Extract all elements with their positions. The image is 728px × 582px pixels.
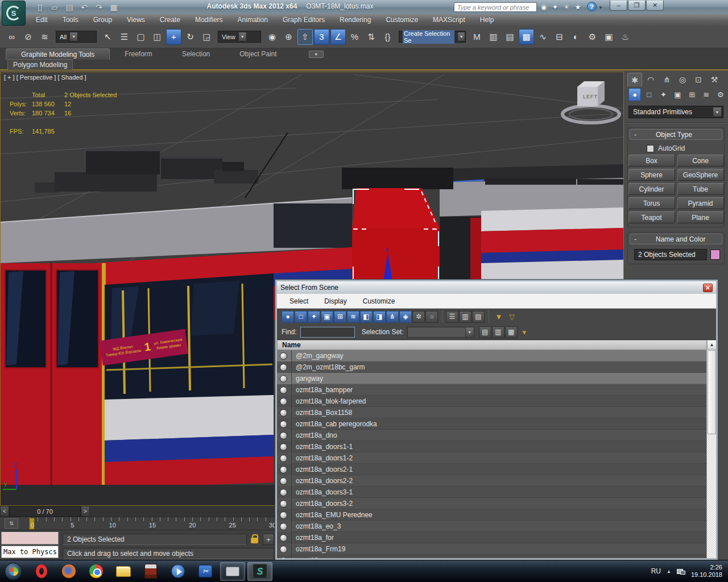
- tab-polygon-modeling[interactable]: Polygon Modeling: [7, 59, 73, 70]
- render-production-icon[interactable]: ♨: [618, 29, 633, 45]
- named-selection-set-dropdown[interactable]: Create Selection Se ▼: [399, 31, 466, 43]
- sysmon-icon[interactable]: [220, 562, 245, 581]
- new-scene-icon[interactable]: ▯: [33, 1, 47, 13]
- spinner-snap-icon[interactable]: ⇅: [363, 29, 379, 45]
- minimize-button[interactable]: –: [610, 1, 627, 11]
- mini-curve-editor-icon[interactable]: ⇅: [5, 518, 18, 529]
- collapse-all-icon[interactable]: ▥: [492, 326, 504, 338]
- display-helpers-icon[interactable]: ⊞: [334, 311, 346, 323]
- redo-icon[interactable]: ↷: [92, 1, 106, 13]
- percent-snap-icon[interactable]: %: [347, 29, 362, 45]
- project-folder-icon[interactable]: ▦: [107, 1, 121, 13]
- dialog-title-bar[interactable]: Select From Scene ✕: [277, 281, 716, 294]
- primitive-button[interactable]: Box: [628, 155, 675, 167]
- display-lights-icon[interactable]: ✦: [308, 311, 320, 323]
- dialog-close-button[interactable]: ✕: [703, 284, 713, 292]
- scene-object-row[interactable]: ozmt18a_doors1-1: [277, 441, 706, 452]
- geometry-category-icon[interactable]: ●: [628, 88, 641, 101]
- menu-item[interactable]: Create: [152, 14, 188, 26]
- hidden-icons-icon[interactable]: ▲: [667, 569, 671, 574]
- selection-set-combo[interactable]: ▼: [407, 327, 474, 338]
- select-and-move-icon[interactable]: +: [166, 29, 181, 45]
- scene-object-row[interactable]: gangway: [277, 373, 706, 384]
- schematic-view-icon[interactable]: ⊟: [552, 29, 567, 45]
- communication-center-icon[interactable]: ✳: [562, 2, 571, 12]
- select-by-name-icon[interactable]: ☰: [117, 29, 132, 45]
- start-button[interactable]: [5, 563, 22, 580]
- filter-combinations-icon[interactable]: ▽: [506, 311, 518, 323]
- named-selection-sets-icon[interactable]: {}: [380, 29, 395, 45]
- menu-item[interactable]: Animation: [230, 14, 275, 26]
- filter-icon[interactable]: ▼: [493, 311, 505, 323]
- column-view-icon[interactable]: ▥: [459, 311, 471, 323]
- curve-editor-icon[interactable]: ∿: [535, 29, 551, 45]
- select-and-link-icon[interactable]: ∞: [4, 29, 19, 45]
- scene-object-row[interactable]: ozmt18a_bampper: [277, 384, 706, 396]
- create-tab-icon[interactable]: ✱: [627, 73, 642, 86]
- scene-object-row[interactable]: ozmt18a_dno: [277, 430, 706, 441]
- primitive-button[interactable]: GeoSphere: [677, 169, 724, 181]
- undo-icon[interactable]: ↶: [77, 1, 91, 13]
- search-icon[interactable]: ◉: [539, 2, 548, 12]
- dialog-menu-item[interactable]: Customize: [355, 297, 403, 305]
- list-scrollbar[interactable]: ▲: [706, 340, 716, 558]
- selection-lock-icon[interactable]: [251, 538, 258, 543]
- modify-tab-icon[interactable]: ◠: [643, 73, 658, 86]
- display-groups-icon[interactable]: ◧: [360, 311, 373, 323]
- primitive-button[interactable]: Teapot: [628, 211, 675, 223]
- frame-counter[interactable]: 0 / 70: [9, 506, 81, 517]
- material-editor-icon[interactable]: ◐: [568, 29, 584, 45]
- display-hidden-icon[interactable]: ○: [425, 311, 438, 323]
- maxscript-mini-listener[interactable]: Max to Physcs: [1, 546, 59, 558]
- dialog-menu-item[interactable]: Display: [316, 297, 354, 305]
- primitive-button[interactable]: Pyramid: [677, 197, 724, 209]
- menu-item[interactable]: MAXScript: [425, 14, 473, 26]
- menu-item[interactable]: Edit: [28, 14, 55, 26]
- align-icon[interactable]: ▥: [486, 29, 501, 45]
- rectangular-selection-region-icon[interactable]: ▢: [133, 29, 148, 45]
- scene-object-row[interactable]: @2m_gangway: [277, 350, 706, 361]
- ribbon-tab[interactable]: Object Paint: [225, 48, 291, 60]
- menu-item[interactable]: Graph Editors: [275, 14, 332, 26]
- object-name-field[interactable]: 2 Objects Selected: [634, 249, 707, 260]
- name-column-header[interactable]: Name ⌃: [277, 340, 716, 350]
- menu-item[interactable]: Tools: [55, 14, 86, 26]
- scene-object-row[interactable]: ozmt18a_for: [277, 532, 706, 543]
- favorites-star-icon[interactable]: ★: [573, 2, 582, 12]
- scene-object-row[interactable]: ozmt18a_garm: [277, 555, 706, 558]
- menu-item[interactable]: Help: [473, 14, 502, 26]
- wmp-icon[interactable]: [166, 562, 191, 581]
- display-bones-icon[interactable]: ⋔: [386, 311, 399, 323]
- restore-button[interactable]: ❐: [628, 1, 646, 11]
- select-and-scale-icon[interactable]: ◲: [199, 29, 214, 45]
- display-geometry-icon[interactable]: ●: [282, 311, 294, 323]
- display-space-warps-icon[interactable]: ≋: [347, 311, 359, 323]
- expand-all-icon[interactable]: ▤: [479, 326, 491, 338]
- primitive-button[interactable]: Sphere: [628, 169, 675, 181]
- display-xrefs-icon[interactable]: ◨: [373, 311, 386, 323]
- mirror-icon[interactable]: M: [469, 29, 485, 45]
- layer-manager-icon[interactable]: ▤: [502, 29, 518, 45]
- application-menu-button[interactable]: S: [2, 1, 26, 26]
- dialog-menu-item[interactable]: Select: [282, 297, 316, 305]
- scene-object-row[interactable]: ozmt18a_doors3-2: [277, 498, 706, 509]
- display-shapes-icon[interactable]: □: [295, 311, 307, 323]
- opera-icon[interactable]: [29, 562, 54, 581]
- primitive-button[interactable]: Plane: [677, 211, 724, 223]
- ribbon-tab[interactable]: Freeform: [110, 48, 167, 60]
- taskbar-clock[interactable]: 2:26 19.10.2018: [691, 564, 722, 579]
- object-type-rollout-header[interactable]: - Object Type: [630, 129, 722, 140]
- scene-object-row[interactable]: ozmt18a_cab peregorodka: [277, 418, 706, 430]
- hierarchy-tab-icon[interactable]: ⋔: [659, 73, 674, 86]
- ribbon-tab[interactable]: Graphite Modeling Tools: [6, 48, 110, 60]
- display-cameras-icon[interactable]: ▣: [321, 311, 333, 323]
- help-dropdown-icon[interactable]: ▼: [598, 5, 603, 10]
- helpers-category-icon[interactable]: ⊞: [686, 88, 698, 101]
- unlink-selection-icon[interactable]: ⊘: [20, 29, 36, 45]
- snaps-toggle-icon[interactable]: 3: [314, 29, 329, 45]
- list-view-icon[interactable]: ☰: [446, 311, 458, 323]
- select-object-icon[interactable]: ↖: [100, 29, 115, 45]
- track-bar[interactable]: ⇅ 051015202530: [0, 517, 275, 530]
- scrollbar-thumb[interactable]: [708, 350, 716, 434]
- train-icon[interactable]: [138, 562, 163, 581]
